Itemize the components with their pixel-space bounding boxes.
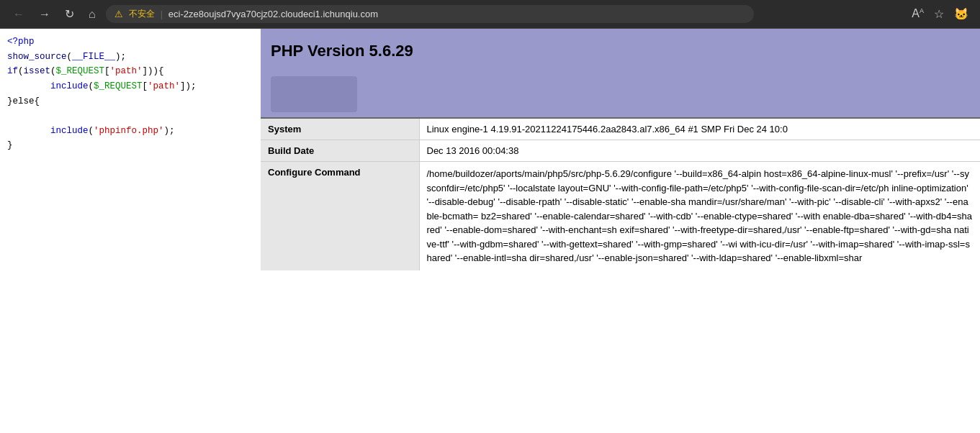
configure-label: Configure Command — [261, 162, 419, 270]
table-row-configure: Configure Command /home/buildozer/aports… — [261, 162, 980, 270]
php-version-title: PHP Version 5.6.29 — [271, 42, 970, 60]
build-date-label: Build Date — [261, 140, 419, 162]
warning-icon: ⚠ — [114, 9, 123, 19]
phpinfo-pane: PHP Version 5.6.29 System Linux engine-1… — [261, 29, 980, 270]
code-line-3: if(isset($_REQUEST['path'])){ — [7, 64, 253, 79]
code-line-6 — [7, 109, 253, 124]
home-button[interactable]: ⌂ — [84, 5, 100, 24]
build-date-value: Dec 13 2016 00:04:38 — [419, 140, 980, 162]
url-display: eci-2ze8oujsd7vya70cjz02.cloudeci1.ichun… — [168, 9, 745, 19]
table-row-system: System Linux engine-1 4.19.91-2021122417… — [261, 118, 980, 140]
browser-chrome: ← → ↻ ⌂ ⚠ 不安全 | eci-2ze8oujsd7vya70cjz02… — [0, 0, 980, 29]
table-row-build: Build Date Dec 13 2016 00:04:38 — [261, 140, 980, 162]
php-version-header: PHP Version 5.6.29 — [261, 29, 980, 70]
address-bar[interactable]: ⚠ 不安全 | eci-2ze8oujsd7vya70cjz02.cloudec… — [106, 5, 754, 23]
separator: | — [161, 9, 163, 19]
system-label: System — [261, 118, 419, 140]
back-button[interactable]: ← — [9, 5, 29, 24]
code-line-4: include($_REQUEST['path']); — [7, 79, 253, 94]
forward-button[interactable]: → — [35, 5, 55, 24]
code-line-1: <?php — [7, 35, 253, 50]
browser-icons: AA ☆ 🐱 — [909, 6, 971, 22]
code-line-8: } — [7, 138, 253, 153]
code-line-7: include('phpinfo.php'); — [7, 124, 253, 139]
source-code-pane: <?php show_source(__FILE__); if(isset($_… — [0, 29, 261, 159]
system-value: Linux engine-1 4.19.91-20211224175446.2a… — [419, 118, 980, 140]
text-size-icon[interactable]: AA — [909, 6, 927, 22]
php-logo-band — [261, 70, 980, 117]
reload-button[interactable]: ↻ — [60, 4, 78, 24]
profile-icon[interactable]: 🐱 — [951, 6, 971, 22]
system-info-table: System Linux engine-1 4.19.91-2021122417… — [261, 117, 980, 270]
not-secure-label: 不安全 — [129, 8, 155, 20]
php-logo — [271, 76, 357, 112]
code-line-5: }else{ — [7, 94, 253, 109]
configure-value: /home/buildozer/aports/main/php5/src/php… — [419, 162, 980, 270]
bookmark-icon[interactable]: ☆ — [931, 6, 947, 22]
code-line-2: show_source(__FILE__); — [7, 50, 253, 65]
page-content: <?php show_source(__FILE__); if(isset($_… — [0, 29, 980, 433]
